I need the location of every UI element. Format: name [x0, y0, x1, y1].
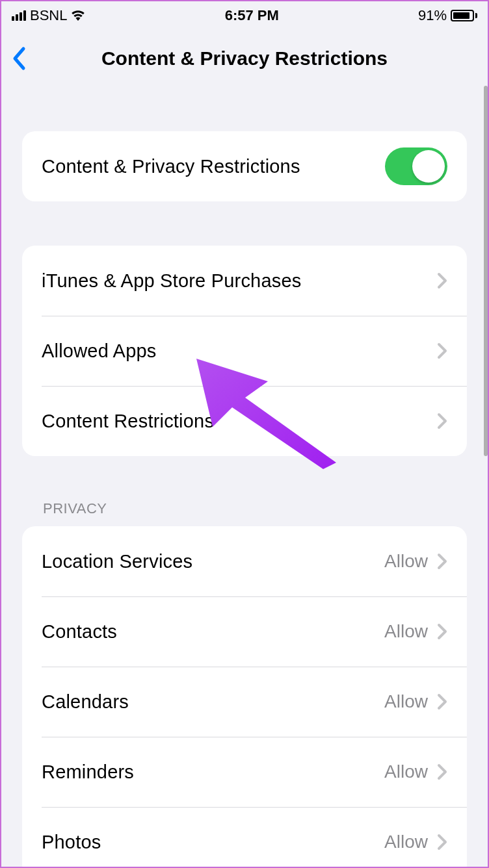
content-privacy-toggle[interactable]	[385, 147, 447, 185]
contacts-row[interactable]: Contacts Allow	[22, 596, 467, 667]
reminders-row[interactable]: Reminders Allow	[22, 737, 467, 807]
toggle-label: Content & Privacy Restrictions	[42, 156, 300, 177]
photos-row[interactable]: Photos Allow	[22, 807, 467, 868]
row-label: iTunes & App Store Purchases	[42, 270, 301, 292]
wifi-icon	[71, 10, 85, 21]
chevron-right-icon	[437, 342, 447, 359]
status-time: 6:57 PM	[225, 7, 279, 24]
calendars-row[interactable]: Calendars Allow	[22, 667, 467, 737]
row-label: Photos	[42, 832, 101, 853]
privacy-section-header: Privacy	[22, 500, 467, 526]
page-title: Content & Privacy Restrictions	[1, 47, 488, 70]
chevron-left-icon	[12, 46, 26, 71]
itunes-appstore-row[interactable]: iTunes & App Store Purchases	[22, 246, 467, 316]
content-privacy-toggle-row[interactable]: Content & Privacy Restrictions	[22, 131, 467, 201]
allowed-apps-row[interactable]: Allowed Apps	[22, 316, 467, 386]
nav-bar: Content & Privacy Restrictions	[1, 30, 488, 87]
chevron-right-icon	[437, 272, 447, 289]
row-value: Allow	[384, 832, 428, 852]
chevron-right-icon	[437, 834, 447, 850]
chevron-right-icon	[437, 763, 447, 780]
battery-icon	[451, 10, 477, 21]
row-label: Reminders	[42, 761, 134, 783]
row-label: Calendars	[42, 691, 129, 713]
battery-percent: 91%	[418, 7, 447, 24]
back-button[interactable]	[1, 46, 36, 71]
row-label: Allowed Apps	[42, 340, 157, 362]
chevron-right-icon	[437, 553, 447, 570]
chevron-right-icon	[437, 623, 447, 640]
status-bar: BSNL 6:57 PM 91%	[1, 1, 488, 30]
row-value: Allow	[384, 551, 428, 572]
chevron-right-icon	[437, 693, 447, 710]
row-value: Allow	[384, 761, 428, 782]
row-value: Allow	[384, 691, 428, 712]
row-label: Location Services	[42, 551, 192, 572]
row-value: Allow	[384, 621, 428, 642]
row-label: Content Restrictions	[42, 411, 214, 432]
chevron-right-icon	[437, 413, 447, 429]
location-services-row[interactable]: Location Services Allow	[22, 526, 467, 596]
signal-icon	[12, 10, 26, 21]
content-restrictions-row[interactable]: Content Restrictions	[22, 386, 467, 456]
row-label: Contacts	[42, 621, 117, 643]
carrier-label: BSNL	[30, 7, 67, 24]
